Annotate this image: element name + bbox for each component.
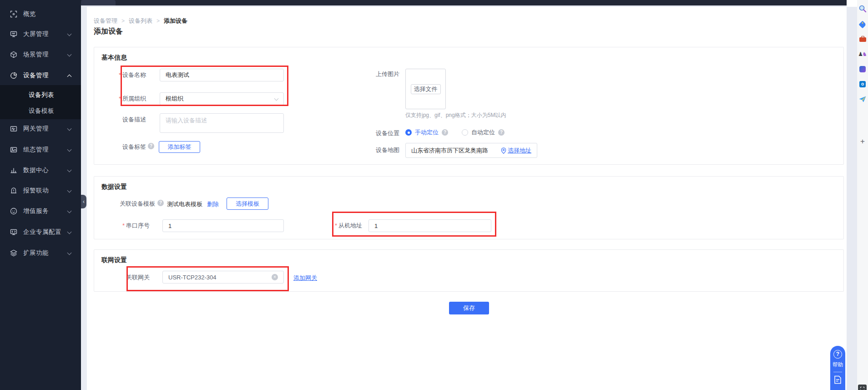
help-floating-widget[interactable]: ? 帮助 [830,346,845,390]
auto-locate-radio[interactable] [462,129,468,136]
plus-glyph: + [860,137,865,146]
page-title: 添加设备 [94,27,123,36]
linked-gateway-label: 关联网关 [94,274,150,281]
add-tag-button[interactable]: 添加标签 [159,141,200,153]
sidebar-item-data-center[interactable]: 数据中心 [0,165,81,176]
chevron-down-icon [67,52,72,57]
linked-template-label: 关联设备模板 [94,200,155,208]
manual-locate-radio-selected[interactable] [405,129,412,136]
tag-help-icon[interactable]: ? [148,143,154,149]
sidebar-item-gateway-mgmt[interactable]: 网关管理 [0,123,81,134]
sidebar-item-device-mgmt[interactable]: 设备管理 [0,70,81,81]
sidebar-item-label: 概览 [23,10,36,18]
slave-address-input[interactable] [368,219,491,232]
data-settings-section-title: 数据设置 [101,183,127,191]
document-icon[interactable] [834,375,842,384]
big-screen-icon [10,30,17,38]
device-name-input[interactable] [160,69,284,81]
collections-corner-icon[interactable] [858,385,867,390]
paper-plane-icon[interactable] [858,95,867,104]
layers-icon [10,249,17,257]
browser-tab-remnant [81,0,116,5]
org-select-value: 根组织 [166,95,183,102]
sidebar-subitem-device-list[interactable]: 设备列表 [29,91,54,99]
choose-template-button[interactable]: 选择模板 [227,198,268,210]
choose-address-group[interactable]: 选择地址 [501,147,531,155]
sidebar-item-extensions[interactable]: 扩展功能 [0,248,81,258]
device-desc-textarea[interactable] [160,113,284,133]
manual-locate-option[interactable]: 手动定位 [415,128,439,137]
org-label: *所属组织 [94,95,146,102]
chevron-down-icon [67,188,72,193]
sidebar-item-alarm-linkage[interactable]: 报警联动 [0,185,81,196]
search-extension-icon[interactable] [858,4,867,13]
sidebar-item-overview[interactable]: 概览 [0,9,81,20]
device-name-label: *设备名称 [94,71,146,79]
image-upload-dropzone[interactable]: 选择文件 [405,69,446,109]
sidebar-item-label: 大屏管理 [23,30,49,38]
linked-template-value: 测试电表模板 [167,200,202,208]
breadcrumb: 设备管理 > 设备列表 > 添加设备 [94,17,187,25]
help-divider [833,372,842,372]
sidebar-collapse-handle[interactable]: ‹ [81,195,86,208]
auto-locate-help-icon[interactable]: ? [498,129,505,136]
sidebar-item-label: 网关管理 [23,125,49,133]
overview-icon [10,10,17,18]
outlook-icon[interactable]: o [858,80,867,89]
toolbox-icon[interactable] [858,35,867,44]
add-extension-plus-icon[interactable]: + [858,137,867,146]
breadcrumb-separator: > [156,18,160,24]
office-icon[interactable] [858,65,867,74]
choose-address-link[interactable]: 选择地址 [508,147,531,155]
auto-locate-option[interactable]: 自动定位 [471,128,495,137]
shopping-tag-icon[interactable] [858,20,867,29]
serial-number-input[interactable] [162,219,284,232]
upload-image-label: 上传图片 [331,71,399,78]
save-button[interactable]: 保存 [449,302,489,314]
sidebar-item-label: 报警联动 [23,187,49,195]
org-select[interactable]: 根组织 [160,92,284,105]
add-gateway-link[interactable]: 添加网关 [293,274,317,282]
browser-top-bar [81,0,847,5]
basic-info-card: 基本信息 *设备名称 *所属组织 根组织 设备描述 设备标签 ? 添加标签 上传… [94,47,844,165]
required-mark: * [122,222,125,229]
sidebar-item-hmi-mgmt[interactable]: 组态管理 [0,144,81,155]
manual-locate-help-icon[interactable]: ? [442,129,448,136]
chess-games-icon[interactable]: ♟♞ [858,50,867,59]
location-pin-icon [501,147,506,154]
smiley-circle-icon [10,208,17,215]
breadcrumb-item-add-device: 添加设备 [164,17,187,25]
sidebar-item-label: 增值服务 [23,207,49,215]
map-address-value: 山东省济南市历下区龙奥南路 [411,147,488,155]
location-radio-group: 手动定位 ? 自动定位 ? [405,128,505,137]
sidebar-item-value-added[interactable]: 增值服务 [0,206,81,217]
sidebar-subitem-device-template[interactable]: 设备模板 [29,107,54,115]
delete-template-link[interactable]: 删除 [207,200,219,208]
required-mark: * [335,222,337,229]
scene-cube-icon [10,51,17,58]
clear-gateway-icon[interactable]: × [272,274,278,280]
sidebar-item-scene-mgmt[interactable]: 场景管理 [0,49,81,60]
template-help-icon[interactable]: ? [157,200,164,206]
chevron-up-icon [67,75,72,79]
chevron-down-icon [67,209,72,213]
required-mark: * [119,71,121,78]
gateway-icon [10,125,17,132]
network-settings-card: 联网设置 关联网关 USR-TCP232-304 × 添加网关 [94,249,844,292]
picture-icon [10,146,17,153]
chevron-down-icon [67,168,72,172]
choose-file-button[interactable]: 选择文件 [411,84,441,94]
sidebar-item-enterprise-config[interactable]: 企业专属配置 [0,227,81,238]
linked-gateway-value: USR-TCP232-304 [168,274,217,281]
chevron-down-icon [67,147,72,152]
sidebar-item-screen-mgmt[interactable]: 大屏管理 [0,29,81,40]
page-scrollbar-track[interactable] [847,7,857,390]
device-map-label: 设备地图 [331,147,399,154]
breadcrumb-item-device-list[interactable]: 设备列表 [129,17,152,25]
chess-knight-glyph: ♞ [862,51,867,57]
linked-gateway-field[interactable]: USR-TCP232-304 × [162,271,284,284]
outlook-letter: o [859,81,866,87]
breadcrumb-item-device-mgmt[interactable]: 设备管理 [94,17,117,25]
device-location-label: 设备位置 [331,130,399,137]
chevron-down-icon [67,127,72,131]
